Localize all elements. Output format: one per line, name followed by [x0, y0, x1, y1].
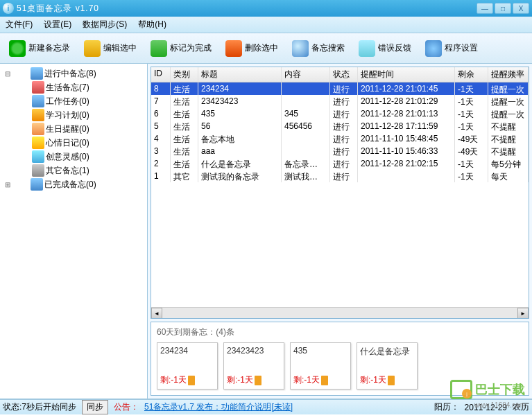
list-row[interactable]: 5生活56456456进行2011-12-28 17:11:59-1天不提醒 [151, 120, 529, 132]
window-controls: — □ X [477, 3, 529, 14]
list-row[interactable]: 6生活435345进行2011-12-28 21:01:13-1天提醒一次 [151, 107, 529, 120]
memo-list: ID 类别 标题 内容 状态 提醒时间 剩余 提醒频率 8生活234234进行2… [151, 67, 529, 319]
list-header: ID 类别 标题 内容 状态 提醒时间 剩余 提醒频率 [151, 67, 529, 82]
scroll-track[interactable] [162, 308, 517, 318]
hdr-remaining[interactable]: 剩余 [455, 67, 488, 82]
tree-cat-mood[interactable]: 心情日记(0) [31, 136, 144, 150]
mark-done-button[interactable]: 标记为完成 [144, 36, 218, 61]
menubar: 文件(F) 设置(E) 数据同步(S) 帮助(H) [0, 17, 532, 33]
hdr-content[interactable]: 内容 [282, 67, 330, 82]
search-button[interactable]: 备忘搜索 [286, 36, 351, 61]
maximize-button[interactable]: □ [495, 3, 511, 14]
edit-icon [84, 40, 101, 57]
window-title: 51桌面备忘录 v1.70 [17, 3, 477, 15]
expand-icon[interactable]: ⊞ [3, 181, 12, 189]
due-card[interactable]: 435剩:-1天 [290, 342, 351, 390]
sidebar: ⊟ 进行中备忘(8) 生活备忘(7) 工作任务(0) 学习计划(0) 生日提醒(… [0, 64, 148, 399]
solar-date: 2011-12-29 [465, 403, 507, 412]
hdr-title[interactable]: 标题 [198, 67, 282, 82]
list-row[interactable]: 7生活23423423进行2011-12-28 21:01:29-1天提醒一次 [151, 95, 529, 107]
list-row[interactable]: 2生活什么是备忘录备忘录…进行2011-12-28 21:02:15-1天每5分… [151, 157, 529, 170]
hdr-time[interactable]: 提醒时间 [358, 67, 455, 82]
due-header: 60天到期备忘：(4)条 [154, 325, 526, 340]
sync-button[interactable]: 同步 [82, 400, 108, 414]
menu-settings[interactable]: 设置(E) [44, 19, 71, 30]
announcement-label: 公告： [114, 401, 139, 413]
tree-cat-other[interactable]: 其它备忘(1) [31, 164, 144, 177]
tree-active-memos[interactable]: ⊟ 进行中备忘(8) [3, 67, 144, 80]
minimize-button[interactable]: — [477, 3, 493, 14]
statusbar: 状态:7秒后开始同步 同步 公告： 51备忘录v1.7 发布：功能简介说明[未读… [0, 399, 532, 414]
delete-icon [225, 40, 242, 57]
house-icon [32, 81, 44, 94]
status-text: 状态:7秒后开始同步 [3, 401, 76, 413]
feedback-icon [359, 40, 375, 57]
hdr-id[interactable]: ID [151, 67, 171, 82]
collapse-icon[interactable]: ⊟ [3, 70, 12, 78]
menu-sync[interactable]: 数据同步(S) [83, 19, 127, 30]
list-row[interactable]: 8生活234234进行2011-12-28 21:01:45-1天提醒一次 [151, 82, 529, 95]
right-panel: ID 类别 标题 内容 状态 提醒时间 剩余 提醒频率 8生活234234进行2… [148, 64, 532, 399]
menu-file[interactable]: 文件(F) [6, 19, 33, 30]
list-row[interactable]: 1其它测试我的备忘录测试我…进行-1天每天 [151, 170, 529, 182]
tree-cat-idea[interactable]: 创意灵感(0) [31, 150, 144, 164]
add-icon [9, 40, 26, 57]
feedback-button[interactable]: 错误反馈 [352, 36, 418, 61]
close-button[interactable]: X [513, 3, 529, 14]
due-card[interactable]: 23423423剩:-1天 [223, 342, 284, 390]
tree-categories: 生活备忘(7) 工作任务(0) 学习计划(0) 生日提醒(0) 心情日记(0) … [3, 80, 144, 177]
hdr-frequency[interactable]: 提醒频率 [488, 67, 529, 82]
titlebar: i 51桌面备忘录 v1.70 — □ X [0, 0, 532, 17]
horizontal-scrollbar[interactable]: ◄ ► [151, 307, 529, 318]
main: ⊟ 进行中备忘(8) 生活备忘(7) 工作任务(0) 学习计划(0) 生日提醒(… [0, 64, 532, 399]
due-cards: 234234剩:-1天23423423剩:-1天435剩:-1天什么是备忘录剩:… [154, 340, 526, 392]
menu-help[interactable]: 帮助(H) [138, 19, 166, 30]
work-icon [32, 95, 44, 107]
gear-icon [425, 40, 442, 57]
list-row[interactable]: 4生活备忘本地进行2011-11-10 15:48:45-49天不提醒 [151, 132, 529, 145]
bolt-icon [32, 137, 44, 149]
due-card[interactable]: 什么是备忘录剩:-1天 [357, 342, 418, 390]
hdr-status[interactable]: 状态 [330, 67, 358, 82]
tree-cat-work[interactable]: 工作任务(0) [31, 94, 144, 108]
people-icon [32, 123, 44, 135]
solar-label: 阳历： [434, 401, 459, 413]
edit-selected-button[interactable]: 编辑选中 [78, 36, 143, 61]
options-button[interactable]: 程序设置 [419, 36, 484, 61]
announcement-link[interactable]: 51备忘录v1.7 发布：功能简介说明[未读] [144, 401, 293, 413]
tree-done-memos[interactable]: ⊞ 已完成备忘(0) [3, 177, 144, 191]
lunar-label: 农历 [513, 401, 529, 413]
scroll-left-arrow[interactable]: ◄ [151, 308, 162, 319]
calendar-icon [31, 67, 43, 80]
scroll-right-arrow[interactable]: ► [517, 308, 529, 319]
check-icon [151, 40, 167, 57]
hdr-category[interactable]: 类别 [171, 67, 198, 82]
disk-icon [31, 178, 43, 191]
tree-cat-study[interactable]: 学习计划(0) [31, 108, 144, 122]
due-card[interactable]: 234234剩:-1天 [157, 342, 218, 390]
tag-icon [32, 164, 44, 177]
note-icon [32, 150, 44, 163]
list-body: 8生活234234进行2011-12-28 21:01:45-1天提醒一次7生活… [151, 82, 529, 307]
book-icon [32, 109, 44, 121]
list-row[interactable]: 3生活aaa进行2011-11-10 15:46:33-49天不提醒 [151, 145, 529, 157]
tree-cat-life[interactable]: 生活备忘(7) [31, 80, 144, 94]
tree-cat-birthday[interactable]: 生日提醒(0) [31, 122, 144, 136]
due-panel: 60天到期备忘：(4)条 234234剩:-1天23423423剩:-1天435… [151, 322, 529, 396]
search-icon [292, 40, 309, 57]
new-memo-button[interactable]: 新建备忘录 [3, 36, 76, 61]
app-icon: i [3, 3, 14, 14]
delete-selected-button[interactable]: 删除选中 [219, 36, 284, 61]
toolbar: 新建备忘录 编辑选中 标记为完成 删除选中 备忘搜索 错误反馈 程序设置 [0, 33, 532, 64]
